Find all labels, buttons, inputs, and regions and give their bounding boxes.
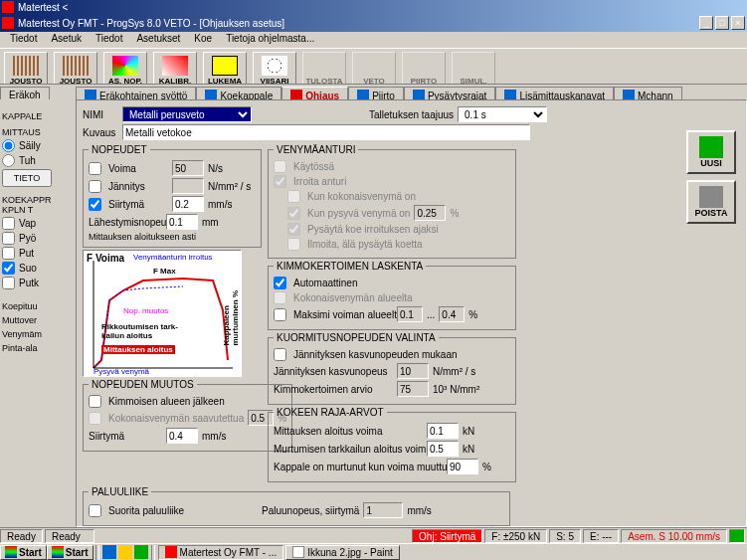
kuvaus-label: Kuvaus	[83, 127, 118, 138]
murt-input[interactable]	[427, 441, 459, 457]
new-icon	[699, 136, 723, 158]
menu-koe[interactable]: Koe	[188, 32, 218, 48]
lahestymis-unit: mm	[202, 217, 219, 228]
maksimi-label: Maksimi voiman alueelta	[293, 309, 393, 320]
siirtmuutos-label: Siirtymä	[89, 431, 162, 442]
kaytossa-label: Käytössä	[293, 161, 334, 172]
kasvu-unit: N/mm² / s	[433, 366, 475, 377]
rajaaloitus-input[interactable]	[427, 423, 459, 439]
jannitys-check[interactable]	[89, 180, 101, 193]
raja-fieldset: KOKEEN RAJA-ARVOT Mittauksen aloitus voi…	[268, 407, 516, 482]
paluunop-input	[363, 502, 403, 518]
doc-icon	[2, 17, 14, 29]
suorita-check[interactable]	[89, 504, 101, 517]
siirtyma-input[interactable]	[172, 196, 204, 212]
venymam-label: Venymäm	[2, 329, 74, 339]
kasvu-input	[397, 363, 429, 379]
lahestymis-label: Lähestymisnopeus	[89, 217, 162, 228]
menu-tiedot[interactable]: Tiedot	[4, 32, 43, 48]
put-check[interactable]	[2, 247, 15, 260]
taskbar-sep2	[151, 545, 155, 560]
tuh-radio[interactable]	[2, 154, 15, 167]
kimmo-fieldset: KIMMOKERTOIMEN LASKENTA Automaattinen Ko…	[268, 261, 516, 330]
quick-oe-icon[interactable]	[118, 545, 132, 559]
murt-label: Murtumisen tarkkailun aloitus voima	[274, 444, 423, 455]
status-f: F: ±250 kN	[484, 529, 547, 543]
task-icon	[165, 546, 177, 558]
quick-desktop-icon[interactable]	[134, 545, 148, 559]
task-paint[interactable]: Ikkuna 2.jpg - Paint	[285, 545, 400, 560]
siirtmuutos-input[interactable]	[166, 428, 198, 444]
venyma-legend: VENYMÄANTURI	[274, 144, 358, 155]
chart-pysyva: Pysyvä venymä	[93, 367, 149, 376]
kimm-check[interactable]	[89, 395, 101, 408]
kappalemurt-input[interactable]	[447, 459, 478, 474]
kasvu-label: Jännityksen kasvunopeus	[274, 366, 393, 377]
menu-asetuk[interactable]: Asetuk	[45, 32, 88, 48]
start-button-2[interactable]: Start	[47, 545, 93, 560]
voima-check[interactable]	[89, 162, 101, 175]
putk-check[interactable]	[2, 277, 15, 289]
talletuk-select[interactable]: 0.1 s	[458, 106, 547, 122]
status-e: E: ---	[583, 529, 619, 543]
kappale-header: KAPPALE	[2, 111, 74, 121]
menu-asetukset[interactable]: Asetukset	[130, 32, 186, 48]
taskbar: Start Start Matertest Oy FMT - ... Ikkun…	[0, 543, 747, 560]
windows-icon	[5, 546, 17, 558]
jannitys-input[interactable]	[172, 178, 204, 194]
minimize-button[interactable]: _	[699, 16, 713, 30]
lahestymis-input[interactable]	[166, 214, 198, 230]
paluu-legend: PALUULIIKE	[89, 486, 151, 497]
menu-tiedot2[interactable]: Tiedot	[90, 32, 128, 48]
auto-check[interactable]	[274, 277, 286, 289]
venyma-input	[414, 205, 446, 221]
putk-label: Putk	[19, 278, 39, 288]
saily-radio[interactable]	[2, 139, 15, 152]
start-label: Start	[19, 547, 42, 558]
maksimi-check[interactable]	[274, 308, 286, 321]
maximize-button[interactable]: □	[715, 16, 729, 30]
voima-label: Voima	[108, 163, 168, 174]
kokoalue-label: Kokonaisvenymän alueelta	[293, 292, 413, 303]
k3-label: Pysäytä koe irroituksen ajaksi	[307, 224, 439, 235]
trash-icon	[699, 186, 723, 208]
poista-button[interactable]: POISTA	[686, 180, 736, 224]
quick-ie-icon[interactable]	[102, 545, 116, 559]
inner-titlebar: Matertest Oy FMT - ProgSys 8.0 VETO - [O…	[0, 14, 747, 32]
pyo-check[interactable]	[2, 232, 15, 245]
start-button[interactable]: Start	[0, 545, 47, 560]
chart-mitt: Mittauksen aloitus	[101, 345, 175, 354]
tieto-button[interactable]: TIETO	[2, 169, 52, 187]
kimm-label: Kimmoisen alueen jälkeen	[108, 396, 225, 407]
k2-label: Kun pysyvä venymä on	[307, 208, 410, 219]
nopmuutos-legend: NOPEUDEN MUUTOS	[89, 379, 197, 390]
close-button[interactable]: ×	[731, 16, 745, 30]
suo-check[interactable]	[2, 262, 15, 275]
vap-check[interactable]	[2, 217, 15, 230]
statusbar: Ready Ready Ohj: Siirtymä F: ±250 kN S: …	[0, 527, 747, 543]
kuormitus-fieldset: KUORMITUSNOPEUDEN VALINTA Jännityksen ka…	[268, 332, 516, 405]
task-matertest[interactable]: Matertest Oy FMT - ...	[158, 545, 284, 560]
k3-check	[287, 223, 300, 236]
kuvaus-input[interactable]	[122, 124, 530, 140]
jannkasv-check[interactable]	[274, 348, 286, 361]
irroita-check	[274, 175, 286, 188]
menu-tietoja[interactable]: Tietoja ohjelmasta...	[220, 32, 320, 48]
pyo-label: Pyö	[19, 233, 36, 244]
uusi-button[interactable]: UUSI	[686, 130, 736, 174]
kimmo-legend: KIMMOKERTOIMEN LASKENTA	[274, 261, 426, 272]
nimi-select[interactable]: Metalli perusveto	[122, 106, 252, 122]
koekappr-label: KOEKAPPR	[2, 195, 74, 205]
nopmuutos-fieldset: NOPEUDEN MUUTOS Kimmoisen alueen jälkeen…	[83, 379, 292, 452]
siirtyma-check[interactable]	[89, 198, 101, 211]
k1-label: Kun kokonaisvenymä on	[307, 191, 416, 202]
outer-titlebar: Matertest <	[0, 0, 747, 14]
status-s: S: 5	[549, 529, 581, 543]
outer-title: Matertest <	[18, 2, 68, 13]
kpln-label: KPLN T	[2, 205, 74, 215]
task-label-1: Matertest Oy FMT - ...	[180, 547, 278, 558]
kaytossa-check	[274, 160, 286, 173]
paint-icon	[292, 546, 304, 558]
voima-input[interactable]	[172, 160, 204, 176]
arvio-input	[397, 381, 429, 397]
